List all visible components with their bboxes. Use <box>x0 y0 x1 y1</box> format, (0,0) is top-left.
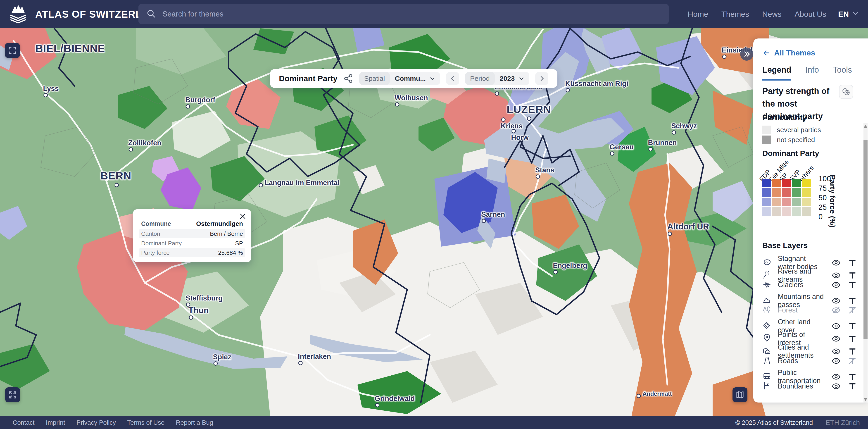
city-icon <box>762 346 771 356</box>
party-force-axis-label: Party force (%) <box>828 174 837 228</box>
dominant-party-heading: Dominant Party <box>762 149 819 158</box>
sidebar-collapse-button[interactable] <box>740 48 753 61</box>
eye-icon[interactable] <box>831 372 841 382</box>
label-toggle-off-icon[interactable] <box>847 356 857 366</box>
feature-popup: CommuneOstermundigenCantonBern / BerneDo… <box>133 209 251 262</box>
page-footer: ContactImprintPrivacy PolicyTerms of Use… <box>0 416 868 429</box>
eye-off-icon[interactable] <box>831 305 841 315</box>
glacier-icon <box>762 280 771 290</box>
label-toggle-icon[interactable] <box>847 372 857 382</box>
place-dot <box>668 232 672 236</box>
map-label-sarnen: Sarnen <box>481 210 505 219</box>
nav-link-news[interactable]: News <box>762 10 782 19</box>
map-label-grindelwald: Grindelwald <box>375 395 415 403</box>
theme-search[interactable] <box>138 4 669 24</box>
previous-period-button[interactable] <box>446 72 459 85</box>
eye-icon[interactable] <box>831 381 841 391</box>
scroll-up-icon[interactable] <box>864 125 868 128</box>
legend-column-fdp <box>762 179 771 216</box>
map-label-kriens: Kriens <box>501 122 523 130</box>
share-icon[interactable] <box>343 73 353 84</box>
label-toggle-icon[interactable] <box>847 334 857 344</box>
eye-icon[interactable] <box>831 321 841 331</box>
layer-row-forest[interactable]: Forest <box>762 305 857 315</box>
legend-cell <box>802 188 811 196</box>
legend-column-sp <box>782 179 791 216</box>
legend-cell <box>762 207 771 216</box>
road-icon <box>762 356 771 366</box>
map-label-andermatt: Andermatt <box>643 390 672 397</box>
next-period-button[interactable] <box>535 72 548 85</box>
legend-cell <box>782 207 791 216</box>
popup-label: Dominant Party <box>141 240 182 247</box>
legend-tick: 0 <box>818 212 823 221</box>
map-viewport[interactable]: BIEL/BIENNELyssBurgdorfZollikofenBERNMün… <box>0 28 868 429</box>
eye-icon[interactable] <box>831 356 841 366</box>
layer-row-roads[interactable]: Roads <box>762 356 857 366</box>
tab-tools[interactable]: Tools <box>833 65 852 80</box>
forest-icon <box>762 305 771 315</box>
close-icon[interactable] <box>239 213 246 221</box>
map-label-biel-bienne: BIEL/BIENNE <box>35 42 105 55</box>
label-toggle-icon[interactable] <box>847 296 857 306</box>
map-label-gersau: Gersau <box>610 143 634 151</box>
scroll-down-icon[interactable] <box>864 398 868 401</box>
footer-link-contact[interactable]: Contact <box>13 419 35 426</box>
label-toggle-icon[interactable] <box>847 381 857 391</box>
eye-icon[interactable] <box>831 270 841 280</box>
fullscreen-button[interactable] <box>5 387 20 402</box>
eye-icon[interactable] <box>831 280 841 290</box>
place-dot <box>495 91 499 96</box>
layer-row-boundaries[interactable]: Boundaries <box>762 381 857 391</box>
all-themes-back-link[interactable]: All Themes <box>762 49 815 57</box>
place-dot <box>189 315 193 320</box>
label-toggle-icon[interactable] <box>847 321 857 331</box>
nav-link-themes[interactable]: Themes <box>721 10 749 19</box>
legend-cell <box>792 188 801 196</box>
footer-link-imprint[interactable]: Imprint <box>46 419 65 426</box>
legend-cell <box>762 198 771 206</box>
panel-scrollbar-thumb[interactable] <box>864 140 868 339</box>
layer-row-glaciers[interactable]: Glaciers <box>762 280 857 290</box>
language-switcher[interactable]: EN <box>838 0 859 28</box>
overview-map-button[interactable] <box>733 387 747 402</box>
label-toggle-off-icon[interactable] <box>847 305 857 315</box>
boundary-icon <box>762 381 771 391</box>
map-label-steffisburg: Steffisburg <box>186 294 223 302</box>
zoom-extent-button[interactable] <box>5 43 20 58</box>
place-dot <box>648 147 653 151</box>
nav-link-about-us[interactable]: About Us <box>795 10 826 19</box>
label-toggle-icon[interactable] <box>847 280 857 290</box>
label-toggle-icon[interactable] <box>847 346 857 356</box>
tab-info[interactable]: Info <box>805 65 819 80</box>
hatching-toggle-icon[interactable] <box>839 85 853 99</box>
place-dot <box>395 102 399 106</box>
legend-cell <box>792 179 801 187</box>
label-toggle-icon[interactable] <box>847 270 857 280</box>
eye-icon[interactable] <box>831 258 841 268</box>
eye-icon[interactable] <box>831 296 841 306</box>
footer-link-privacy-policy[interactable]: Privacy Policy <box>76 419 116 426</box>
legend-cell <box>782 188 791 196</box>
eye-icon[interactable] <box>831 346 841 356</box>
map-label-engelberg: Engelberg <box>553 262 587 270</box>
tab-legend[interactable]: Legend <box>762 65 791 81</box>
place-dot <box>501 117 505 122</box>
eye-icon[interactable] <box>831 334 841 344</box>
period-dropdown[interactable]: 2023 <box>495 75 529 82</box>
label-toggle-icon[interactable] <box>847 258 857 268</box>
nav-link-home[interactable]: Home <box>688 10 708 19</box>
place-dot <box>553 270 558 274</box>
popup-row-canton: CantonBern / Berne <box>139 229 245 238</box>
footer-link-terms-of-use[interactable]: Terms of Use <box>127 419 164 426</box>
place-dot <box>43 93 48 97</box>
search-input[interactable] <box>162 9 661 19</box>
swatch-label: several parties <box>777 126 821 134</box>
spatial-unit-dropdown[interactable]: Commu... <box>390 75 440 82</box>
footer-link-report-a-bug[interactable]: Report a Bug <box>176 419 213 426</box>
map-label-interlaken: Interlaken <box>298 353 331 361</box>
place-dot <box>299 361 303 365</box>
map-label-wolhusen: Wolhusen <box>395 94 428 102</box>
theme-toolbar: Dominant Party Spatial Commu... Period 2… <box>270 69 557 88</box>
spatial-label: Spatial <box>359 72 390 85</box>
